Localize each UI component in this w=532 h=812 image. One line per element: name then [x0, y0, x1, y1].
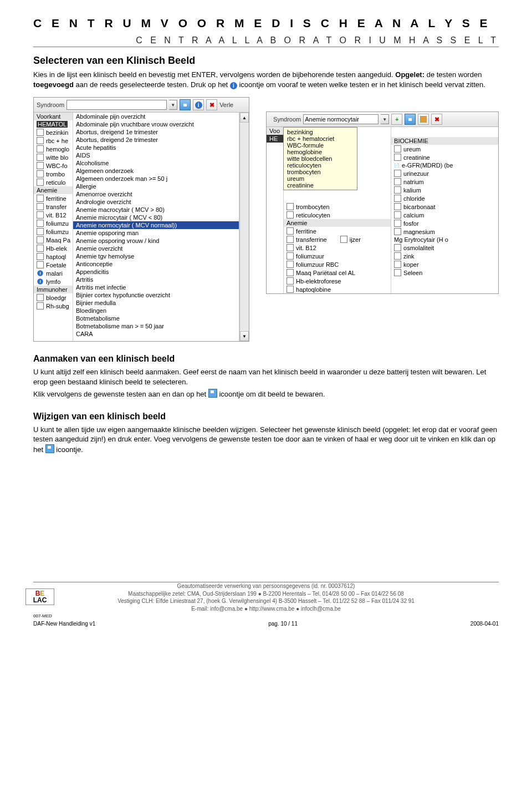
section2-text: Klik vervolgens de gewenste testen aan e… [33, 390, 208, 398]
header-title: C E N T R U M V O O R M E D I S C H E A … [33, 17, 499, 30]
section1-text: Kies in de lijst een klinisch beeld en b… [33, 70, 395, 79]
scroll-down-icon[interactable]: ▼ [240, 331, 249, 341]
section3-heading: Wijzigen van een klinisch beeld [33, 412, 499, 422]
page-number: pag. 10 / 11 [268, 621, 298, 627]
section3-text2: icoontje. [56, 445, 83, 454]
info-button-icon[interactable] [418, 114, 429, 125]
right-column: BIOCHEMIEureumcreatinine📄e-GFR(MDRD) (be… [391, 127, 498, 293]
category-label: HE [267, 135, 283, 143]
panel-body: Voo HE bezinkingrbc + hematocrietWBC-for… [267, 127, 498, 293]
save-icon [208, 389, 217, 398]
dropdown-item[interactable]: Anemie opsporing man [73, 229, 239, 237]
screenshot-syndroom-panel: Syndroom ▼ + ✖ Voo HE bezinkingrbc + hem… [266, 111, 499, 294]
dropdown-item[interactable]: Botmetabolisme [73, 314, 239, 322]
dropdown-item[interactable]: Abortus, dreigend 2e trimester [73, 136, 239, 144]
dropdown-item[interactable]: Anemie normocytair ( MCV normaal)) [73, 221, 239, 229]
tooltip-item: hemoglobine [287, 149, 354, 155]
footer-line3: Vestiging CLH: Elfde Liniestraat 27, (ho… [33, 597, 499, 605]
tooltip-item: creatinine [287, 182, 354, 189]
left-partial-column: VoorkantHEMATOLbezinkinrbc + hehemoglowi… [34, 113, 73, 341]
dropdown-item[interactable]: Allergie [73, 182, 239, 190]
dropdown-list[interactable]: Abdominale pijn overzichtAbdominale pijn… [73, 113, 239, 341]
toolbar-label: Syndroom [273, 116, 301, 123]
add-icon[interactable]: + [391, 114, 402, 125]
dropdown-item[interactable]: Algemeen onderzoek man >= 50 j [73, 175, 239, 182]
dropdown-item[interactable]: Alcoholisme [73, 159, 239, 167]
tooltip-test-list: bezinkingrbc + hematocrietWBC-formulehem… [283, 127, 357, 190]
dropdown-item[interactable]: CARA [73, 330, 239, 338]
section1-p1: Kies in de lijst een klinisch beeld en b… [33, 70, 499, 89]
tooltip-item: reticulocyten [287, 162, 354, 169]
tooltip-item: trombocyten [287, 169, 354, 175]
footer-line2: Maatschappelijke zetel: CMA, Oud-Strijde… [33, 590, 499, 598]
dropdown-item[interactable]: Abdominale pijn overzicht [73, 113, 239, 120]
info-icon: i [230, 82, 237, 89]
dropdown-item[interactable]: AIDS [73, 151, 239, 159]
info-button-icon[interactable]: i [193, 99, 204, 110]
dropdown-item[interactable]: Anemie microcytair ( MCV < 80) [73, 214, 239, 221]
dropdown-item[interactable]: Bloedingen [73, 307, 239, 314]
dropdown-item[interactable]: Amenorroe overzicht [73, 190, 239, 198]
dropdown-item[interactable]: Bijnier cortex hypofunctie overzicht [73, 291, 239, 299]
dropdown-item[interactable]: Botmetabolisme man > = 50 jaar [73, 322, 239, 330]
scrollbar[interactable]: ▲ ▼ [239, 113, 249, 341]
dropdown-item[interactable]: Anticonceptie [73, 260, 239, 268]
close-icon[interactable]: ✖ [431, 114, 442, 125]
section2-p1: U kunt altijd zelf een klinisch beeld aa… [33, 367, 499, 387]
doc-id: DAF-New Handleiding v1 [33, 621, 95, 627]
dropdown-item[interactable]: Algemeen onderzoek [73, 167, 239, 175]
panel-body: VoorkantHEMATOLbezinkinrbc + hehemoglowi… [34, 113, 249, 341]
dropdown-item[interactable]: Anemie macrocytair ( MCV > 80) [73, 206, 239, 214]
dropdown-item[interactable]: Artritis met infectie [73, 283, 239, 291]
dropdown-item[interactable]: Artritis [73, 276, 239, 283]
dropdown-item[interactable]: Abortus, dreigend 1e trimester [73, 128, 239, 136]
section2-p2: Klik vervolgens de gewenste testen aan e… [33, 389, 499, 399]
tab-label: Voo [267, 127, 283, 135]
dropdown-arrow-icon[interactable]: ▼ [381, 114, 389, 124]
syndroom-combo[interactable] [303, 114, 378, 124]
save-icon[interactable] [180, 99, 191, 110]
footer: BE LAC Geautomatiseerde verwerking van p… [33, 582, 499, 627]
header-rule [33, 47, 499, 47]
belac-logo: BE LAC [25, 588, 54, 605]
toolbar-label: Syndroom [37, 101, 64, 108]
save-icon[interactable] [405, 114, 416, 125]
section3-text: U kunt te allen tijde uw eigen aangemaak… [33, 425, 497, 454]
belac-code: 007-MED [33, 613, 499, 618]
section1-heading: Selecteren van een Klinisch Beeld [33, 55, 499, 67]
tooltip-item: witte bloedcellen [287, 155, 354, 162]
section1-text4: icoontje om vooraf te weten welke testen… [239, 80, 485, 89]
section3-p1: U kunt te allen tijde uw eigen aangemaak… [33, 425, 499, 455]
scroll-up-icon[interactable]: ▲ [240, 113, 249, 123]
dropdown-item[interactable]: Anemie tgv hemolyse [73, 252, 239, 260]
narrow-col: Voo HE [267, 127, 284, 293]
syndroom-combo[interactable] [66, 100, 167, 110]
section1-bold2: toegevoegd [33, 80, 74, 89]
toolbar: Syndroom ▼ i ✖ Verle [34, 98, 249, 113]
doc-date: 2008-04-01 [470, 621, 499, 627]
section2-heading: Aanmaken van een klinisch beeld [33, 354, 499, 364]
header-subtitle: C E N T R A A L L A B O R A T O R I U M … [33, 35, 499, 45]
dropdown-item[interactable]: Abdominale pijn vruchtbare vrouw overzic… [73, 120, 239, 128]
dropdown-item[interactable]: Anemie overzicht [73, 245, 239, 252]
dropdown-item[interactable]: Acute hepatitis [73, 144, 239, 151]
dropdown-item[interactable]: Anemie opsporing vrouw / kind [73, 237, 239, 245]
dropdown-item[interactable]: Bijnier medulla [73, 299, 239, 307]
delete-icon[interactable]: ✖ [206, 99, 217, 110]
toolbar: Syndroom ▼ + ✖ [267, 112, 498, 127]
section1-text3: aan de reeds geselecteerde testen. Druk … [76, 80, 230, 89]
dropdown-item[interactable]: Appendicitis [73, 268, 239, 276]
footer-line4: E-mail: info@cma.be ● http://www.cma.be … [33, 605, 499, 613]
footer-line1: Geautomatiseerde verwerking van persoons… [33, 582, 499, 590]
tooltip-item: bezinking [287, 129, 354, 135]
save-icon [45, 444, 54, 453]
dropdown-arrow-icon[interactable]: ▼ [169, 100, 177, 110]
section2-text2: icoontje om dit beeld te bewaren. [219, 390, 325, 398]
screenshots-row: Syndroom ▼ i ✖ Verle VoorkantHEMATOLbezi… [33, 97, 499, 342]
toolbar-after: Verle [219, 101, 233, 108]
tooltip-item: rbc + hematocriet [287, 135, 354, 142]
dropdown-item[interactable]: Andrologie overzicht [73, 198, 239, 206]
screenshot-syndroom-dropdown: Syndroom ▼ i ✖ Verle VoorkantHEMATOLbezi… [33, 97, 249, 342]
section1-text2: de testen worden [427, 70, 482, 79]
tooltip-item: WBC-formule [287, 142, 354, 149]
